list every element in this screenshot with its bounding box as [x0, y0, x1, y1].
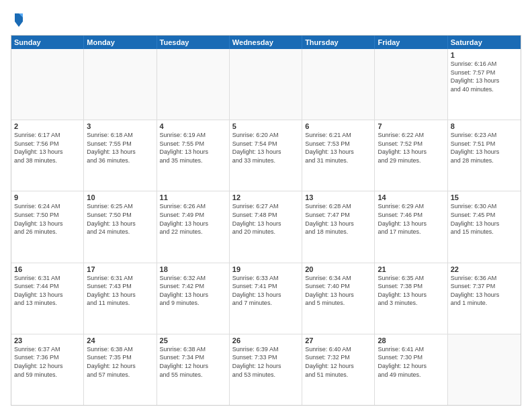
calendar-cell: 28Sunrise: 6:41 AM Sunset: 7:30 PM Dayli…	[375, 334, 447, 405]
calendar-cell: 25Sunrise: 6:38 AM Sunset: 7:34 PM Dayli…	[157, 334, 230, 405]
header-day-friday: Friday	[375, 36, 447, 49]
calendar-row-4: 23Sunrise: 6:37 AM Sunset: 7:36 PM Dayli…	[11, 334, 521, 405]
day-number: 9	[14, 193, 81, 201]
calendar-cell	[375, 49, 447, 120]
calendar-body: 1Sunrise: 6:16 AM Sunset: 7:57 PM Daylig…	[11, 49, 521, 405]
day-info: Sunrise: 6:29 AM Sunset: 7:46 PM Dayligh…	[378, 202, 444, 236]
day-info: Sunrise: 6:24 AM Sunset: 7:50 PM Dayligh…	[14, 202, 81, 236]
calendar-cell: 8Sunrise: 6:23 AM Sunset: 7:51 PM Daylig…	[448, 120, 521, 191]
calendar-cell: 22Sunrise: 6:36 AM Sunset: 7:37 PM Dayli…	[448, 263, 521, 334]
day-info: Sunrise: 6:37 AM Sunset: 7:36 PM Dayligh…	[14, 345, 81, 379]
day-info: Sunrise: 6:32 AM Sunset: 7:42 PM Dayligh…	[160, 274, 226, 308]
day-info: Sunrise: 6:35 AM Sunset: 7:38 PM Dayligh…	[378, 274, 444, 308]
calendar-row-3: 16Sunrise: 6:31 AM Sunset: 7:44 PM Dayli…	[11, 263, 521, 334]
day-number: 18	[160, 265, 226, 273]
day-info: Sunrise: 6:36 AM Sunset: 7:37 PM Dayligh…	[451, 274, 518, 308]
day-number: 14	[378, 193, 444, 201]
day-number: 6	[305, 122, 371, 130]
day-info: Sunrise: 6:25 AM Sunset: 7:50 PM Dayligh…	[87, 202, 153, 236]
day-info: Sunrise: 6:31 AM Sunset: 7:44 PM Dayligh…	[14, 274, 81, 308]
day-number: 3	[87, 122, 153, 130]
header-day-wednesday: Wednesday	[230, 36, 302, 49]
day-number: 24	[87, 336, 153, 345]
day-info: Sunrise: 6:39 AM Sunset: 7:33 PM Dayligh…	[232, 345, 299, 379]
calendar-cell	[157, 49, 230, 120]
calendar-cell: 14Sunrise: 6:29 AM Sunset: 7:46 PM Dayli…	[375, 191, 447, 262]
calendar-row-0: 1Sunrise: 6:16 AM Sunset: 7:57 PM Daylig…	[11, 49, 521, 120]
calendar-cell: 17Sunrise: 6:31 AM Sunset: 7:43 PM Dayli…	[84, 263, 157, 334]
calendar-row-1: 2Sunrise: 6:17 AM Sunset: 7:56 PM Daylig…	[11, 120, 521, 191]
calendar-cell: 5Sunrise: 6:20 AM Sunset: 7:54 PM Daylig…	[230, 120, 302, 191]
header-day-saturday: Saturday	[448, 36, 521, 49]
calendar-cell	[11, 49, 84, 120]
day-info: Sunrise: 6:19 AM Sunset: 7:55 PM Dayligh…	[160, 131, 226, 165]
day-info: Sunrise: 6:17 AM Sunset: 7:56 PM Dayligh…	[14, 131, 81, 165]
day-info: Sunrise: 6:22 AM Sunset: 7:52 PM Dayligh…	[378, 131, 444, 165]
day-number: 2	[14, 122, 81, 130]
day-number: 20	[305, 265, 371, 273]
calendar-cell: 16Sunrise: 6:31 AM Sunset: 7:44 PM Dayli…	[11, 263, 84, 334]
calendar-cell: 21Sunrise: 6:35 AM Sunset: 7:38 PM Dayli…	[375, 263, 447, 334]
day-number: 11	[160, 193, 226, 201]
calendar-header: SundayMondayTuesdayWednesdayThursdayFrid…	[11, 36, 521, 49]
day-number: 25	[160, 336, 226, 345]
day-info: Sunrise: 6:28 AM Sunset: 7:47 PM Dayligh…	[305, 202, 371, 236]
day-info: Sunrise: 6:41 AM Sunset: 7:30 PM Dayligh…	[378, 345, 444, 379]
calendar-cell: 15Sunrise: 6:30 AM Sunset: 7:45 PM Dayli…	[448, 191, 521, 262]
calendar-cell: 9Sunrise: 6:24 AM Sunset: 7:50 PM Daylig…	[11, 191, 84, 262]
day-number: 10	[87, 193, 153, 201]
day-info: Sunrise: 6:34 AM Sunset: 7:40 PM Dayligh…	[305, 274, 371, 308]
header-day-monday: Monday	[84, 36, 157, 49]
day-number: 28	[378, 336, 444, 345]
calendar-cell: 20Sunrise: 6:34 AM Sunset: 7:40 PM Dayli…	[302, 263, 375, 334]
calendar-cell: 2Sunrise: 6:17 AM Sunset: 7:56 PM Daylig…	[11, 120, 84, 191]
day-number: 1	[451, 51, 518, 59]
calendar-cell: 10Sunrise: 6:25 AM Sunset: 7:50 PM Dayli…	[84, 191, 157, 262]
day-info: Sunrise: 6:31 AM Sunset: 7:43 PM Dayligh…	[87, 274, 153, 308]
day-number: 4	[160, 122, 226, 130]
day-info: Sunrise: 6:38 AM Sunset: 7:34 PM Dayligh…	[160, 345, 226, 379]
day-info: Sunrise: 6:30 AM Sunset: 7:45 PM Dayligh…	[451, 202, 518, 236]
calendar-row-2: 9Sunrise: 6:24 AM Sunset: 7:50 PM Daylig…	[11, 191, 521, 263]
calendar-cell: 24Sunrise: 6:38 AM Sunset: 7:35 PM Dayli…	[84, 334, 157, 405]
calendar-cell: 3Sunrise: 6:18 AM Sunset: 7:55 PM Daylig…	[84, 120, 157, 191]
calendar-cell: 13Sunrise: 6:28 AM Sunset: 7:47 PM Dayli…	[302, 191, 375, 262]
day-info: Sunrise: 6:40 AM Sunset: 7:32 PM Dayligh…	[305, 345, 371, 379]
calendar-cell	[84, 49, 157, 120]
calendar-cell: 18Sunrise: 6:32 AM Sunset: 7:42 PM Dayli…	[157, 263, 230, 334]
day-number: 8	[451, 122, 518, 130]
day-number: 17	[87, 265, 153, 273]
calendar-cell: 26Sunrise: 6:39 AM Sunset: 7:33 PM Dayli…	[230, 334, 302, 405]
day-number: 26	[232, 336, 299, 345]
calendar-cell: 19Sunrise: 6:33 AM Sunset: 7:41 PM Dayli…	[230, 263, 302, 334]
day-info: Sunrise: 6:33 AM Sunset: 7:41 PM Dayligh…	[232, 274, 299, 308]
day-info: Sunrise: 6:26 AM Sunset: 7:49 PM Dayligh…	[160, 202, 226, 236]
calendar-cell	[302, 49, 375, 120]
calendar-cell: 6Sunrise: 6:21 AM Sunset: 7:53 PM Daylig…	[302, 120, 375, 191]
day-number: 15	[451, 193, 518, 201]
logo-icon	[12, 11, 26, 30]
day-info: Sunrise: 6:18 AM Sunset: 7:55 PM Dayligh…	[87, 131, 153, 165]
calendar-cell: 12Sunrise: 6:27 AM Sunset: 7:48 PM Dayli…	[230, 191, 302, 262]
calendar-cell	[448, 334, 521, 405]
header	[11, 11, 521, 30]
day-number: 23	[14, 336, 81, 345]
day-number: 13	[305, 193, 371, 201]
day-number: 19	[232, 265, 299, 273]
calendar-cell: 4Sunrise: 6:19 AM Sunset: 7:55 PM Daylig…	[157, 120, 230, 191]
day-info: Sunrise: 6:38 AM Sunset: 7:35 PM Dayligh…	[87, 345, 153, 379]
calendar: SundayMondayTuesdayWednesdayThursdayFrid…	[11, 35, 521, 406]
day-info: Sunrise: 6:21 AM Sunset: 7:53 PM Dayligh…	[305, 131, 371, 165]
logo	[11, 11, 26, 30]
header-day-sunday: Sunday	[11, 36, 84, 49]
calendar-cell: 1Sunrise: 6:16 AM Sunset: 7:57 PM Daylig…	[448, 49, 521, 120]
calendar-cell	[230, 49, 302, 120]
day-number: 7	[378, 122, 444, 130]
day-info: Sunrise: 6:27 AM Sunset: 7:48 PM Dayligh…	[232, 202, 299, 236]
calendar-cell: 11Sunrise: 6:26 AM Sunset: 7:49 PM Dayli…	[157, 191, 230, 262]
calendar-cell: 23Sunrise: 6:37 AM Sunset: 7:36 PM Dayli…	[11, 334, 84, 405]
day-info: Sunrise: 6:23 AM Sunset: 7:51 PM Dayligh…	[451, 131, 518, 165]
day-info: Sunrise: 6:16 AM Sunset: 7:57 PM Dayligh…	[451, 60, 518, 93]
day-info: Sunrise: 6:20 AM Sunset: 7:54 PM Dayligh…	[232, 131, 299, 165]
day-number: 22	[451, 265, 518, 273]
